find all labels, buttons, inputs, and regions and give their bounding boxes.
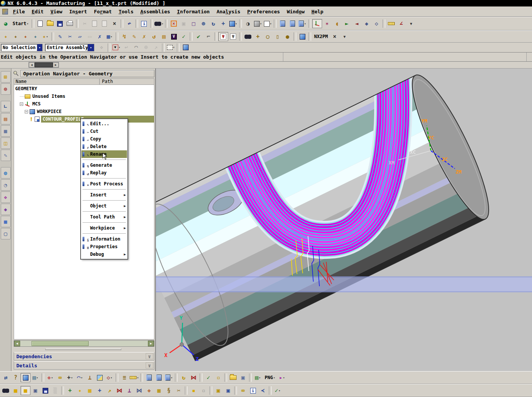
context-menu-item-cut[interactable]: ✂Cut (81, 128, 127, 135)
history-tab[interactable]: ∟ (1, 101, 11, 112)
rotate-view-button[interactable]: ↻ (208, 19, 218, 28)
find-node-button[interactable] (243, 32, 253, 41)
cage-tool-button[interactable]: ◇▾ (105, 373, 114, 382)
view-layout-3-dropdown-arrow[interactable]: ▾ (304, 22, 306, 26)
create-operation-button[interactable]: ✦▾ (40, 32, 50, 41)
save-assembly-button[interactable] (40, 386, 50, 395)
component-stack-button[interactable]: ▫ (199, 386, 208, 395)
perspective-dropdown-arrow[interactable]: ▾ (235, 22, 237, 26)
multi-add-button[interactable]: + (95, 386, 105, 395)
link-info-button[interactable]: i (248, 386, 258, 395)
selection-filter-tool-dropdown-arrow[interactable]: ▾ (119, 46, 121, 49)
simulation-tab[interactable]: ▦ (1, 125, 11, 137)
selection-filter-dropdown[interactable]: No Selection Fi ▾ (1, 44, 43, 51)
context-menu-item-generate[interactable]: ↯Generate (81, 161, 127, 169)
tree-row-workpiece[interactable]: −WORKPIECE (14, 108, 154, 115)
point-tool-button[interactable]: +▾ (65, 373, 75, 382)
menu-window[interactable]: Window (283, 8, 308, 16)
arc-tool-button[interactable]: ◠▾ (75, 373, 85, 382)
pattern-validate-dropdown-arrow[interactable]: ▾ (279, 389, 281, 392)
object-display-button[interactable]: ✶ (322, 19, 332, 28)
nx2pm-button[interactable]: NX2PM (312, 32, 330, 41)
toolbar-more-2-button[interactable]: ▾ (340, 32, 349, 41)
delete-button[interactable]: × (110, 19, 119, 28)
panel-splitter[interactable] (11, 347, 155, 351)
menu-analysis[interactable]: Analysis (213, 8, 244, 16)
wave-link-button[interactable]: § (164, 386, 174, 395)
constraint-navigator-tab[interactable]: ⊚ (1, 83, 11, 95)
toolbar-more-1-button[interactable]: ▾ (406, 19, 416, 28)
tree-expander[interactable]: − (20, 102, 23, 106)
information-button[interactable]: i (139, 19, 149, 28)
selection-filter-dropdown-button[interactable]: ▾ (37, 44, 42, 51)
context-menu-item-post-process[interactable]: »Post Process (81, 180, 127, 188)
display-palette-button[interactable]: ◖ (332, 19, 342, 28)
replay-toolpath-button[interactable]: ↺ (149, 32, 159, 41)
open-file-button[interactable] (45, 19, 55, 28)
png-play-button[interactable]: ▸▾ (277, 373, 287, 382)
copy-object-button[interactable]: ▱ (75, 32, 85, 41)
details-expand-button[interactable]: ∨ (146, 362, 153, 368)
check-workpiece-button[interactable]: ✔ (194, 32, 203, 41)
measure-tool-dropdown-arrow[interactable]: ▾ (137, 376, 139, 379)
zoom-box-button[interactable]: □ (189, 19, 199, 28)
touch-tab[interactable]: ▦ (1, 216, 11, 227)
graphics-viewport[interactable]: YM YC ZC ZM XC XM X Y Z (156, 69, 532, 371)
shop-documentation-button[interactable] (297, 32, 307, 41)
move-component-button[interactable]: ↗ (105, 386, 114, 395)
create-program-button[interactable]: ✦ (1, 32, 11, 41)
create-geometry-button[interactable]: ✦ (21, 32, 30, 41)
pan-view-button[interactable]: + (218, 19, 228, 28)
mirror-cube-button[interactable]: ⋈ (189, 373, 199, 382)
column-header-name[interactable]: Name (14, 79, 100, 85)
menu-tools[interactable]: Tools (115, 8, 137, 16)
rectangle-select-button[interactable]: ▾ (166, 43, 176, 52)
journal-run-dropdown-arrow[interactable]: ▾ (259, 376, 261, 379)
blocks-3d-button[interactable]: ▣ (238, 373, 248, 382)
tree-expander[interactable]: − (25, 110, 28, 113)
hscroll-left-button[interactable]: ◀ (14, 341, 20, 346)
tree-row-geometry[interactable]: GEOMETRY (14, 85, 154, 92)
measure-angle-button[interactable]: ∠ (396, 19, 406, 28)
component-pattern-button[interactable]: ▦ (85, 386, 95, 395)
delete-object-button[interactable]: ✗ (95, 32, 105, 41)
context-menu-item-tool-path[interactable]: Tool Path▶ (81, 213, 127, 221)
perspective-button[interactable]: ▾ (228, 19, 238, 28)
new-file-button[interactable] (35, 19, 45, 28)
menu-format[interactable]: Format (91, 8, 115, 16)
selection-scope-dropdown[interactable]: Entire Assembly ▾ (45, 44, 94, 51)
component-cube-button[interactable]: ■ (11, 386, 21, 395)
menu-information[interactable]: Information (173, 8, 213, 16)
display-mode-button[interactable]: ▾ (253, 19, 263, 28)
display-object-dropdown-arrow[interactable]: ▾ (111, 35, 113, 38)
fit-view-button[interactable]: × (169, 19, 179, 28)
view-layout-1-button[interactable] (278, 19, 287, 28)
view-book-b-button[interactable] (154, 373, 164, 382)
point-tool-dropdown-arrow[interactable]: ▾ (71, 376, 73, 379)
reuse-library-tab[interactable]: ◫ (1, 137, 11, 149)
dependencies-section[interactable]: Dependencies ∨ (14, 352, 154, 360)
tree-row-unused-items[interactable]: Unused Items (14, 92, 154, 100)
verify-toolpath-button[interactable]: V (169, 32, 179, 41)
dock-scroll-left-button[interactable]: ◀ (29, 62, 35, 67)
menu-view[interactable]: View (47, 8, 66, 16)
pin-icon[interactable] (13, 70, 19, 77)
menu-help[interactable]: Help (308, 8, 327, 16)
chain-link-button[interactable]: ∞ (55, 373, 65, 382)
background-color-dropdown-arrow[interactable]: ▾ (270, 22, 272, 26)
menu-insert[interactable]: Insert (66, 8, 91, 16)
cube-window-button[interactable]: ▣ (213, 386, 223, 395)
hscroll-right-button[interactable]: ▶ (148, 341, 154, 346)
context-menu-item-edit[interactable]: ✎Edit... (81, 120, 127, 128)
generate-toolpath-button[interactable]: ↯ (119, 32, 129, 41)
create-tool-button[interactable]: ✦ (11, 32, 21, 41)
assembly-constraints-button[interactable]: ⊥ (124, 386, 134, 395)
measure-tool-button[interactable]: ▾ (129, 373, 139, 382)
machine-tool-view-button[interactable]: Ψ (228, 32, 238, 41)
view-book-c-button[interactable]: ▾ (164, 373, 174, 382)
edit-object-button[interactable]: ✎ (55, 32, 65, 41)
context-menu-item-workpiece[interactable]: Workpiece▶ (81, 224, 127, 232)
png-export-button[interactable]: PNG▾ (263, 373, 277, 382)
assembly-navigator-tab[interactable]: ⊞ (1, 71, 11, 83)
cube-frame-button[interactable]: ▣ (223, 386, 233, 395)
